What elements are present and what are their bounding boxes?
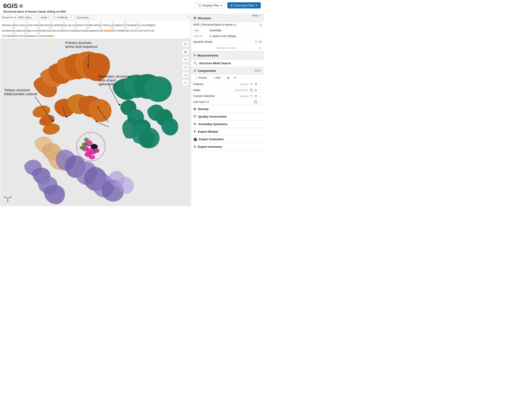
density-section: ⊞ Density (191, 105, 264, 113)
type-value: Assembly (209, 29, 262, 32)
custom-selection-row: Custom Selection Cartoon 👁 🗑 ⋯ (191, 93, 264, 99)
water-more-button[interactable]: ⋯ (259, 88, 262, 92)
assembly-symmetry-header[interactable]: ♾ Assembly Symmetry (191, 120, 264, 128)
divider3 (74, 15, 74, 19)
history-button[interactable]: ⟳ (233, 75, 238, 80)
water-delete-button[interactable]: 🗑 (254, 88, 257, 92)
download-icon: ⊕ (230, 4, 233, 7)
custom-selection-delete-button[interactable]: 🗑 (254, 94, 257, 98)
export-geometry-header[interactable]: ⊙ Export Geometry (191, 143, 264, 150)
export-geometry-icon: ⊙ (193, 145, 196, 148)
polymer-delete-button[interactable]: 🗑 (254, 82, 257, 86)
unit-cell-more-button[interactable]: ⋯ (259, 100, 262, 104)
structure-title-row: 6GIS | Structural basis of human cl... ⧉ (191, 22, 264, 28)
reset-view-button[interactable]: ↻ (182, 41, 189, 47)
custom-selection-more-button[interactable]: ⋯ (259, 94, 262, 98)
polymer-row: Polymer Cartoon 👁 🗑 ⋯ (191, 81, 264, 87)
unit-cell-visibility-button[interactable]: 🚫 (254, 100, 257, 104)
gear-icon: ⚙ (193, 16, 196, 20)
copy-structure-button[interactable]: ⧉ (260, 23, 262, 26)
entity-selector[interactable]: 1: Proliferati... ▼ (53, 15, 73, 19)
viewer-area: Primary structure: amino acid sequence T… (0, 39, 191, 206)
focus-target-button[interactable]: ⊙ (259, 46, 262, 50)
download-files-button[interactable]: ⊕ Download Files ▼ (228, 2, 261, 9)
type-row: Type Assembly (191, 28, 264, 33)
seq-text-3: TVTLSMSADVPLVVEYKIADMGHLKYYLAPKIEDEEGS (2, 35, 189, 38)
asm-id-value: 1: Author And Softwar... (209, 35, 262, 38)
help-link[interactable]: Nothing Focused Help ↗ (252, 14, 261, 17)
density-header[interactable]: ⊞ Density (191, 105, 264, 113)
polymer-type: Cartoon (240, 83, 249, 85)
divider1 (38, 15, 39, 19)
adjust-components-button[interactable]: ⊞ (226, 75, 231, 80)
puzzle-icon: ⚙ (193, 69, 196, 72)
svg-marker-39 (7, 201, 9, 202)
pdb-info-button[interactable]: ℹ (19, 4, 23, 8)
search-icon: 🔍 (193, 61, 197, 65)
custom-selection-label: Custom Selection (193, 95, 240, 98)
sequence-help-button[interactable]: ? (187, 16, 189, 19)
components-header[interactable]: ⚙ Components 6GIS (191, 67, 264, 75)
seq-highlight: SNVDKE (103, 30, 112, 32)
export-animation-icon: 🎬 (193, 137, 197, 141)
divider2 (52, 15, 52, 19)
chevron-down-icon4: ▼ (48, 16, 50, 19)
structure-title-text: 6GIS | Structural basis of human cl... (193, 23, 259, 26)
clip-planes-button[interactable]: ✂ (182, 56, 189, 63)
dynamic-bonds-value: Off (258, 40, 262, 43)
display-files-button[interactable]: 📋 Display Files ▼ (195, 2, 226, 9)
seq-numbers-2: 120 130 140 150 160 170 180 190 200 210 … (2, 27, 189, 29)
expand-button[interactable]: ⤢ (182, 64, 189, 71)
water-visibility-button[interactable]: 🚫 (249, 88, 253, 92)
toolbar-separator2 (224, 76, 224, 80)
sequence-of-label: Sequence of (2, 16, 16, 19)
external-link-icon: ↗ (259, 14, 261, 17)
measurements-header[interactable]: ✕ Measurements (191, 52, 264, 59)
dynamic-bonds-clear-button[interactable]: ✕ (255, 40, 257, 43)
display-icon: 📋 (198, 4, 201, 7)
export-models-header[interactable]: ⬇ Export Models (191, 128, 264, 135)
right-panel: ⚙ Structure 6GIS | Structural basis of h… (191, 14, 264, 206)
left-panel: Sequence of 6GIS | Struc... ▼ Chain ▼ 1:… (0, 14, 191, 206)
select-button[interactable]: ↖ (182, 80, 189, 86)
measurements-section: ✕ Measurements (191, 52, 264, 60)
density-icon: ⊞ (193, 107, 196, 111)
custom-selection-visibility-button[interactable]: 👁 (250, 94, 253, 98)
settings-button[interactable]: ≡ (182, 72, 189, 78)
pdb-id-title: 6GIS ℹ (3, 2, 66, 10)
header: 6GIS ℹ Structural basis of human clamp s… (0, 0, 264, 14)
water-type: Ball & Stick (235, 89, 248, 92)
structure-motif-header[interactable]: 🔍 Structure Motif Search (191, 60, 264, 67)
polymer-more-button[interactable]: ⋯ (259, 82, 262, 86)
quality-assessment-header[interactable]: 🛡 Quality Assessment (191, 113, 264, 120)
ruler-icon: ✕ (193, 54, 196, 57)
pdb-id-text: 6GIS (3, 2, 18, 10)
polymer-visibility-button[interactable]: 👁 (250, 82, 253, 86)
add-component-button[interactable]: ⊕ (182, 48, 189, 55)
shield-icon: 🛡 (193, 115, 196, 118)
chevron-down-icon: ▼ (220, 4, 223, 7)
sequence-selectors: Sequence of 6GIS | Struc... ▼ Chain ▼ 1:… (0, 14, 191, 21)
quality-assessment-section: 🛡 Quality Assessment (191, 113, 264, 120)
components-toolbar: 📄 Preset + Add ⊞ ⟳ (191, 75, 264, 81)
header-buttons: 📋 Display Files ▼ ⊕ Download Files ▼ (195, 2, 261, 9)
add-component-button[interactable]: + Add (212, 75, 222, 80)
custom-selection-actions: 👁 🗑 ⋯ (250, 94, 262, 98)
type-label: Type (193, 29, 209, 32)
focused-row: Nothing Focused ⊙ (191, 45, 264, 51)
occupancy-selector[interactable]: A [occupan... ▼ (75, 15, 95, 19)
asm-id-row: Asm Id 1: Author And Softwar... (191, 33, 264, 39)
seq-text-2: SDYEMKLMDLDVEQLGIPEQEYSCVVKMPSGEFARICRDL… (2, 29, 189, 33)
export-models-section: ⬇ Export Models (191, 128, 264, 135)
structure-selector[interactable]: 6GIS | Struc... ▼ (17, 15, 37, 19)
dynamic-bonds-label: Dynamic Bonds (193, 40, 255, 43)
sequence-content: 10 20 30 40 50 60 70 80 90 100 110 HMFEA… (0, 21, 191, 39)
chain-selector[interactable]: Chain ▼ (40, 15, 51, 19)
export-models-icon: ⬇ (193, 130, 196, 133)
unit-cell-row: Unit Cell H 3 🚫 ⋯ (191, 99, 264, 105)
sequence-bar: Sequence of 6GIS | Struc... ▼ Chain ▼ 1:… (0, 14, 191, 39)
document-icon: 📄 (195, 76, 198, 79)
asm-id-label: Asm Id (193, 35, 209, 38)
preset-button[interactable]: 📄 Preset (193, 75, 208, 80)
export-animation-header[interactable]: 🎬 Export Animation (191, 135, 264, 143)
